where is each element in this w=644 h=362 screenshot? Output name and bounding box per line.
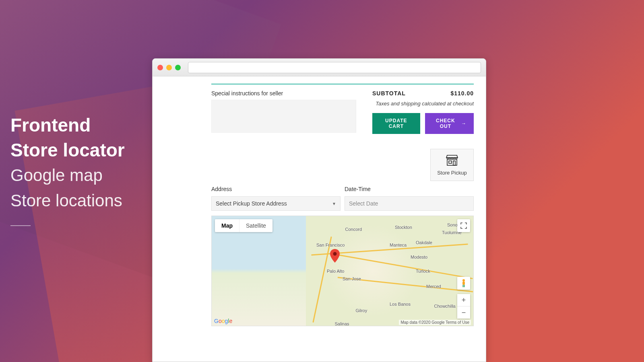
- store-icon: [445, 154, 459, 167]
- map-city-label: Salinas: [335, 321, 349, 326]
- chevron-down-icon: ▼: [332, 202, 336, 206]
- map-city-label: San Francisco: [316, 243, 345, 247]
- section-divider: [211, 84, 474, 84]
- map-city-label: Oakdale: [416, 240, 432, 245]
- map-tab-map[interactable]: Map: [215, 219, 239, 232]
- marketing-line-3: Google map: [10, 162, 125, 188]
- marketing-panel: Frontend Store locator Google map Store …: [10, 113, 125, 226]
- zoom-out-button[interactable]: −: [457, 306, 470, 319]
- zoom-in-button[interactable]: +: [457, 294, 470, 306]
- checkout-button-label: CHECK OUT: [432, 118, 459, 129]
- page-content: Special instructions for seller SUBTOTAL…: [153, 76, 486, 134]
- map-attribution[interactable]: Map data ©2020 Google Terms of Use: [399, 320, 471, 325]
- map-city-label: Modesto: [411, 255, 427, 259]
- pegman-button[interactable]: [457, 277, 470, 290]
- svg-point-4: [462, 279, 465, 282]
- map-city-label: Merced: [426, 284, 441, 289]
- svg-rect-5: [462, 282, 465, 285]
- svg-rect-2: [453, 161, 455, 165]
- pickup-address-placeholder: Select Pickup Store Address: [216, 200, 287, 207]
- browser-titlebar: [153, 59, 486, 76]
- svg-rect-6: [463, 285, 464, 287]
- url-bar[interactable]: [188, 62, 481, 73]
- date-placeholder: Select Date: [349, 200, 378, 207]
- map-pin-icon: [330, 249, 340, 264]
- store-pickup-card[interactable]: Store Pickup: [430, 149, 474, 181]
- tax-shipping-note: Taxes and shipping calculated at checkou…: [372, 101, 474, 107]
- instructions-label: Special instructions for seller: [211, 90, 356, 97]
- map-type-toggle: Map Satellite: [215, 219, 272, 232]
- map-city-label: San Jose: [343, 276, 361, 281]
- instructions-textarea[interactable]: [211, 100, 356, 133]
- marketing-line-1: Frontend: [10, 113, 125, 138]
- map-city-label: Palo Alto: [327, 269, 344, 274]
- svg-point-3: [333, 252, 336, 256]
- date-time-label: Date-Time: [345, 186, 474, 192]
- marketing-divider: [10, 225, 31, 226]
- checkout-button[interactable]: CHECK OUT →: [425, 113, 474, 134]
- svg-rect-1: [449, 161, 452, 163]
- browser-window: Special instructions for seller SUBTOTAL…: [152, 58, 486, 362]
- map-tab-satellite[interactable]: Satellite: [239, 219, 272, 232]
- window-close-dot[interactable]: [157, 65, 163, 70]
- marketing-line-2: Store locator: [10, 138, 125, 162]
- marketing-line-4: Store locations: [10, 188, 125, 213]
- map-city-label: Gilroy: [356, 308, 367, 313]
- date-input[interactable]: Select Date: [345, 196, 474, 211]
- map-city-label: Manteca: [390, 243, 407, 247]
- window-minimize-dot[interactable]: [166, 65, 172, 70]
- map-container[interactable]: San Francisco Concord Stockton Manteca O…: [211, 216, 474, 326]
- pickup-address-select[interactable]: Select Pickup Store Address ▼: [211, 196, 341, 211]
- svg-rect-7: [464, 285, 465, 287]
- window-zoom-dot[interactable]: [175, 65, 181, 70]
- map-city-label: Concord: [345, 227, 362, 232]
- google-logo: Google: [214, 318, 232, 324]
- arrow-right-icon: →: [461, 121, 466, 126]
- store-pickup-label: Store Pickup: [437, 170, 467, 176]
- update-cart-button[interactable]: UPDATE CART: [372, 113, 420, 134]
- map-city-label: Los Banos: [390, 302, 411, 306]
- zoom-control: + −: [457, 294, 470, 319]
- address-label: Address: [211, 186, 341, 192]
- fullscreen-button[interactable]: [457, 219, 470, 232]
- map-city-label: Chowchilla: [434, 304, 456, 309]
- map-city-label: Stockton: [395, 225, 412, 230]
- subtotal-value: $110.00: [450, 90, 474, 97]
- map-city-label: Turlock: [416, 269, 430, 274]
- subtotal-label: SUBTOTAL: [372, 90, 406, 97]
